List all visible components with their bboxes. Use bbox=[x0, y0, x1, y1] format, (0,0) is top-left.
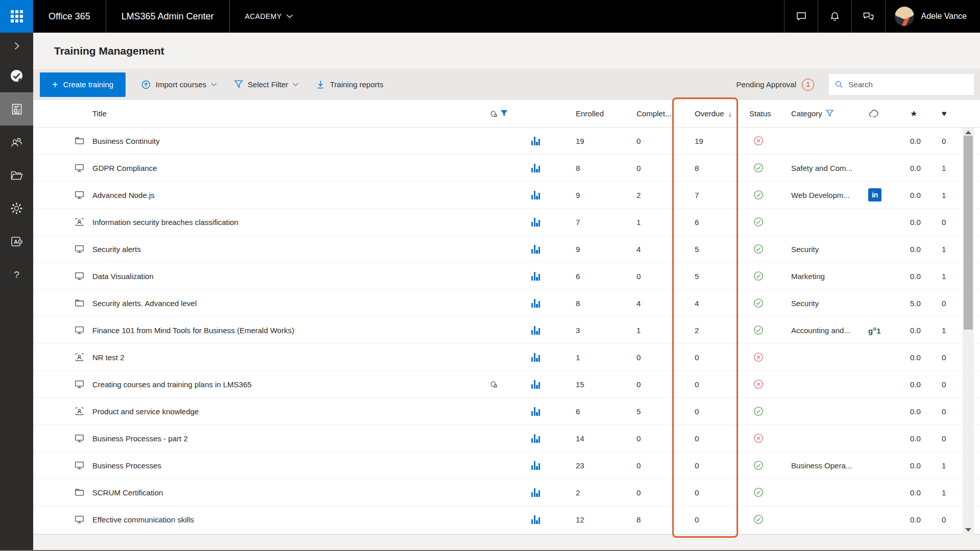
table-row[interactable]: Effective communication skills 12 8 0 0.… bbox=[33, 506, 980, 533]
likes-count: 1 bbox=[934, 326, 962, 335]
table-row[interactable]: Information security breaches classifica… bbox=[33, 209, 980, 236]
row-title[interactable]: Security alerts. Advanced level bbox=[92, 299, 489, 308]
table-row[interactable]: Finance 101 from Mind Tools for Business… bbox=[33, 317, 980, 344]
admin-center-title[interactable]: LMS365 Admin Center bbox=[106, 0, 229, 33]
row-title[interactable]: Security alerts bbox=[92, 245, 489, 254]
sidebar-item-training-management[interactable] bbox=[0, 92, 33, 126]
sidebar-expand-button[interactable] bbox=[0, 33, 33, 59]
overdue-count: 0 bbox=[670, 515, 742, 524]
status-published-icon bbox=[753, 244, 764, 254]
search-box[interactable] bbox=[829, 74, 974, 95]
pending-approval-button[interactable]: Pending Approval 1 bbox=[736, 79, 814, 91]
statistics-chart-icon[interactable] bbox=[531, 515, 540, 524]
top-bar: Office 365 LMS365 Admin Center ACADEMY A… bbox=[0, 0, 980, 33]
office365-brand[interactable]: Office 365 bbox=[33, 0, 106, 33]
training-reports-button[interactable]: Training reports bbox=[307, 72, 392, 97]
statistics-chart-icon[interactable] bbox=[531, 353, 540, 362]
row-title[interactable]: Data Visualization bbox=[92, 272, 489, 281]
table-row[interactable]: SCRUM Certification 2 0 0 0.0 1 bbox=[33, 479, 980, 506]
statistics-chart-icon[interactable] bbox=[531, 271, 540, 281]
table-row[interactable]: Security alerts 9 4 5 Security 0.0 1 bbox=[33, 236, 980, 263]
training-type-cell bbox=[74, 406, 92, 416]
header-rating[interactable]: ★ bbox=[896, 109, 934, 118]
row-title[interactable]: SCRUM Certification bbox=[92, 488, 489, 497]
statistics-chart-icon[interactable] bbox=[531, 325, 540, 335]
scrollbar-thumb[interactable] bbox=[964, 136, 973, 330]
table-row[interactable]: Business Processes 23 0 0 Business Opera… bbox=[33, 452, 980, 479]
training-type-cell bbox=[74, 433, 92, 443]
header-catalog-filter[interactable] bbox=[489, 109, 512, 118]
table-row[interactable]: Security alerts. Advanced level 8 4 4 Se… bbox=[33, 290, 980, 317]
sidebar-item-admin-app[interactable]: A bbox=[0, 225, 33, 258]
scroll-up-arrow-icon[interactable] bbox=[965, 131, 971, 134]
search-input[interactable] bbox=[848, 80, 968, 89]
row-title[interactable]: Finance 101 from Mind Tools for Business… bbox=[92, 326, 489, 335]
table-row[interactable]: NR test 2 1 0 0 0.0 0 bbox=[33, 344, 980, 371]
statistics-chart-icon[interactable] bbox=[531, 407, 540, 416]
chat-button[interactable] bbox=[784, 0, 818, 33]
sidebar-item-help[interactable]: ? bbox=[0, 258, 33, 291]
user-menu[interactable]: Adele Vance bbox=[885, 0, 980, 33]
statistics-chart-icon[interactable] bbox=[531, 244, 540, 254]
header-enrolled[interactable]: Enrolled bbox=[558, 109, 614, 118]
table-row[interactable]: Business Processes - part 2 14 0 0 0.0 0 bbox=[33, 425, 980, 452]
sidebar-item-users[interactable] bbox=[0, 126, 33, 159]
header-provider[interactable] bbox=[864, 110, 896, 118]
feedback-button[interactable] bbox=[851, 0, 885, 33]
import-courses-button[interactable]: Import courses bbox=[132, 72, 226, 97]
row-title[interactable]: Information security breaches classifica… bbox=[92, 218, 489, 227]
create-training-button[interactable]: + Create training bbox=[40, 72, 126, 97]
table-row[interactable]: Product and service knowledge 6 5 0 0.0 … bbox=[33, 398, 980, 425]
statistics-chart-icon[interactable] bbox=[531, 434, 540, 443]
statistics-chart-icon[interactable] bbox=[531, 190, 540, 199]
row-title[interactable]: Advanced Node.js bbox=[92, 191, 489, 199]
app-launcher-button[interactable] bbox=[0, 0, 33, 33]
status-cell bbox=[742, 244, 788, 254]
table-row[interactable]: GDPR Compliance 8 0 8 Safety and Com... … bbox=[33, 155, 980, 182]
statistics-chart-icon[interactable] bbox=[531, 136, 540, 145]
statistics-chart-icon[interactable] bbox=[531, 163, 540, 172]
sidebar-item-settings[interactable] bbox=[0, 192, 33, 225]
row-title[interactable]: Creating courses and training plans in L… bbox=[92, 380, 489, 389]
header-status[interactable]: Status bbox=[742, 109, 788, 118]
row-title[interactable]: Product and service knowledge bbox=[92, 407, 489, 416]
filter-funnel-outline-icon[interactable] bbox=[826, 110, 834, 117]
row-title[interactable]: Business Continuity bbox=[92, 137, 489, 145]
row-title[interactable]: Business Processes bbox=[92, 461, 489, 470]
classroom-type-icon bbox=[74, 406, 85, 416]
sidebar-item-lms365-home[interactable] bbox=[0, 59, 33, 92]
enrolled-count: 23 bbox=[558, 461, 614, 470]
header-completed[interactable]: Complet... bbox=[614, 109, 670, 118]
statistics-chart-icon[interactable] bbox=[531, 461, 540, 470]
header-category[interactable]: Category bbox=[788, 109, 864, 118]
statistics-chart-icon[interactable] bbox=[531, 217, 540, 227]
chat-icon bbox=[795, 10, 807, 22]
table-row[interactable]: Data Visualization 6 0 5 Marketing 0.0 1 bbox=[33, 263, 980, 290]
statistics-chart-icon[interactable] bbox=[531, 488, 540, 497]
statistics-chart-icon[interactable] bbox=[531, 380, 540, 389]
table-row[interactable]: Advanced Node.js 9 2 7 Web Developm... i… bbox=[33, 182, 980, 209]
sidebar-item-catalog[interactable] bbox=[0, 159, 33, 192]
tenant-dropdown[interactable]: ACADEMY bbox=[230, 0, 308, 33]
likes-count: 1 bbox=[934, 461, 962, 470]
training-type-cell bbox=[74, 325, 92, 335]
filter-funnel-filled-icon[interactable] bbox=[500, 110, 508, 117]
vertical-scrollbar[interactable] bbox=[963, 128, 974, 535]
statistics-chart-icon[interactable] bbox=[531, 298, 540, 308]
scroll-down-arrow-icon[interactable] bbox=[965, 528, 971, 532]
likes-count: 1 bbox=[934, 191, 962, 199]
chart-cell bbox=[512, 407, 558, 416]
header-overdue[interactable]: Overdue ↓ bbox=[670, 109, 742, 118]
notifications-button[interactable] bbox=[818, 0, 851, 33]
table-row[interactable]: Business Continuity 19 0 19 0.0 0 bbox=[33, 128, 980, 155]
row-title[interactable]: Business Processes - part 2 bbox=[92, 434, 489, 443]
row-title[interactable]: GDPR Compliance bbox=[92, 164, 489, 172]
plan-type-icon bbox=[74, 487, 85, 497]
table-row[interactable]: Creating courses and training plans in L… bbox=[33, 371, 980, 398]
plan-type-icon bbox=[74, 136, 85, 146]
row-title[interactable]: Effective communication skills bbox=[92, 515, 489, 524]
row-title[interactable]: NR test 2 bbox=[92, 353, 489, 362]
select-filter-button[interactable]: Select Filter bbox=[226, 72, 307, 97]
header-likes[interactable]: ♥ bbox=[934, 109, 962, 118]
header-title[interactable]: Title bbox=[92, 109, 489, 118]
